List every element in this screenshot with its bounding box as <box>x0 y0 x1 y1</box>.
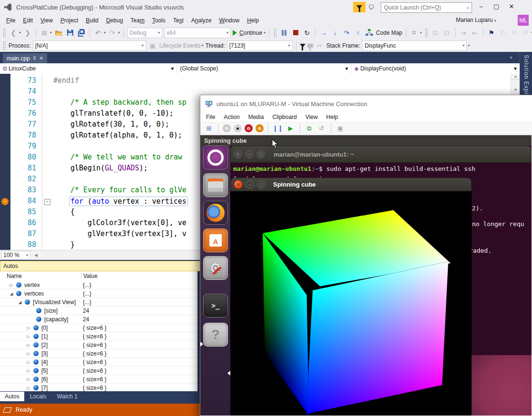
row-expander-icon[interactable]: ◢ <box>17 300 23 305</box>
launcher-files[interactable] <box>203 173 228 197</box>
vm-menu-file[interactable]: File <box>202 112 219 122</box>
function-combo[interactable]: ◈ DisplayFunc(void)▾ <box>352 63 520 74</box>
undo-dropdown[interactable]: ▾ <box>104 30 106 35</box>
autos-row[interactable]: ▷vertex{...} <box>0 281 197 289</box>
fold-collapse-icon[interactable]: − <box>44 199 50 205</box>
autos-row[interactable]: [capacity]24 <box>0 315 197 324</box>
menu-edit[interactable]: Edit <box>20 15 36 26</box>
col-value[interactable]: Value <box>81 273 98 279</box>
col-name[interactable]: Name <box>0 273 81 279</box>
vm-resume-icon[interactable]: ▶ <box>286 123 296 134</box>
autos-row[interactable]: ▷[6]{ size=6 } <box>0 375 197 384</box>
autos-row[interactable]: ▷[2]{ size=6 } <box>0 341 197 349</box>
suspend-threads-icon[interactable]: ✂ <box>315 40 325 51</box>
show-next-statement-icon[interactable]: → <box>319 28 328 38</box>
new-project-dropdown[interactable]: ▾ <box>50 30 52 35</box>
project-combo[interactable]: ⧉ LinuxCube▾ <box>0 63 177 74</box>
process-combo[interactable]: [N/A]▾ <box>33 40 146 51</box>
autos-row[interactable]: ▷[5]{ size=6 } <box>0 366 197 375</box>
tab-autos[interactable]: Autos <box>0 392 24 401</box>
autos-row[interactable]: ◢vertices{...} <box>0 289 197 298</box>
menu-view[interactable]: View <box>37 15 56 26</box>
menu-help[interactable]: Help <box>244 15 262 26</box>
quick-launch-input[interactable] <box>383 4 466 11</box>
navigate-back-icon[interactable]: ❮ <box>9 28 18 38</box>
vm-title-bar[interactable]: ubuntu1 on MLUPARU-M - Virtual Machine C… <box>200 95 532 112</box>
vm-connection-window[interactable]: ubuntu1 on MLUPARU-M - Virtual Machine C… <box>200 95 532 416</box>
launcher-terminal[interactable]: >_ <box>203 294 228 317</box>
cube-maximize-icon[interactable]: ◻ <box>257 180 266 189</box>
vm-enhanced-session-icon[interactable]: ▣ <box>335 123 345 134</box>
vm-power-disabled-icon[interactable]: ʘ <box>223 124 231 132</box>
vm-menu-media[interactable]: Media <box>245 112 268 122</box>
menu-tools[interactable]: Tools <box>149 15 169 26</box>
navigate-forward-disabled-icon[interactable]: ⊡ <box>442 28 452 38</box>
outdent-icon[interactable]: ⇤ <box>470 28 480 38</box>
filter-flagged-icon[interactable] <box>307 44 313 48</box>
save-icon[interactable] <box>65 28 75 38</box>
tab-locals[interactable]: Locals <box>25 392 51 401</box>
menu-project[interactable]: Project <box>57 15 81 26</box>
autos-row[interactable]: ▷[3]{ size=6 } <box>0 349 197 358</box>
autos-row[interactable]: [size]24 <box>0 307 197 315</box>
vs-close-button[interactable]: ✕ <box>504 1 519 11</box>
autos-row[interactable]: ▷[4]{ size=6 } <box>0 358 197 366</box>
menu-window[interactable]: Window <box>216 15 243 26</box>
menu-file[interactable]: File <box>3 15 19 26</box>
save-all-icon[interactable] <box>77 28 86 38</box>
scope-combo[interactable]: (Global Scope)▾ <box>177 63 351 74</box>
code-line[interactable]: 73#endif <box>0 76 509 87</box>
cube-close-icon[interactable]: ✕ <box>234 180 243 189</box>
tab-watch1[interactable]: Watch 1 <box>52 392 82 401</box>
redo-icon[interactable]: ↷ <box>108 28 117 38</box>
autos-row[interactable]: ▷[7]{ size=6 } <box>0 384 197 391</box>
row-expander-icon[interactable]: ▷ <box>26 368 31 373</box>
menu-build[interactable]: Build <box>82 15 102 26</box>
user-name[interactable]: Marian Luparu ▾ <box>456 17 496 23</box>
menu-debug[interactable]: Debug <box>103 15 126 26</box>
code-map-icon[interactable] <box>365 28 374 38</box>
lifecycle-dropdown[interactable]: ▾ <box>201 43 203 48</box>
scrollbar-up-arrow[interactable]: ▲ <box>511 87 520 91</box>
cube-minimize-icon[interactable]: − <box>246 180 254 189</box>
vm-computer-icon[interactable]: ⊞ <box>204 123 214 134</box>
clear-bookmarks-icon[interactable]: ⚐ <box>521 28 531 38</box>
user-avatar[interactable]: ML <box>518 15 529 26</box>
platform-combo[interactable]: x64▾ <box>164 28 231 38</box>
current-statement-breakpoint-icon[interactable]: ➜ <box>1 198 9 205</box>
filter-threads-icon[interactable] <box>300 44 305 48</box>
vm-menu-help[interactable]: Help <box>323 112 342 122</box>
toolbar-overflow[interactable]: ▾ <box>420 30 422 35</box>
vm-shutdown-icon[interactable]: ʘ <box>256 124 264 132</box>
tab-row-chevron-icon[interactable]: ▾ <box>510 55 512 60</box>
autos-row[interactable]: ▷[1]{ size=6 } <box>0 332 197 341</box>
send-feedback-icon[interactable]: 🗩 <box>368 4 374 11</box>
terminal-close-icon[interactable]: ✕ <box>234 150 242 158</box>
hscroll-left-arrow[interactable]: ◀ <box>34 253 38 258</box>
row-expander-icon[interactable]: ▷ <box>26 377 31 382</box>
scrollbar-splitter-handle[interactable]: ÷ <box>511 74 520 80</box>
editor-zoom-combo[interactable]: 100 %▾ <box>1 251 30 259</box>
launcher-software-center[interactable]: A <box>203 228 228 252</box>
row-expander-icon[interactable]: ▷ <box>26 326 31 330</box>
vm-stop-icon[interactable]: ■ <box>234 124 242 132</box>
open-folder-icon[interactable] <box>54 28 63 38</box>
navigate-backward-disabled-icon[interactable]: ⊡ <box>431 28 440 38</box>
row-expander-icon[interactable]: ▷ <box>26 343 31 347</box>
navigate-back-dropdown[interactable]: ▾ <box>19 30 21 35</box>
stop-debugging-icon[interactable] <box>291 28 300 38</box>
thread-combo[interactable]: [7123]▾ <box>227 40 293 51</box>
spinning-cube-window[interactable]: ✕ − ◻ Spinning cube <box>230 178 472 416</box>
menu-analyze[interactable]: Analyze <box>188 15 215 26</box>
new-project-icon[interactable]: ⊞ <box>39 28 49 38</box>
terminal-minimize-icon[interactable]: − <box>245 150 254 158</box>
feedback-flag-button[interactable] <box>353 2 365 12</box>
pin-icon[interactable]: ⊼ <box>33 56 36 61</box>
row-expander-icon[interactable]: ▷ <box>26 334 31 339</box>
row-expander-icon[interactable]: ▷ <box>26 351 31 356</box>
vm-revert-icon[interactable]: ↺ <box>317 123 326 134</box>
quick-launch-box[interactable]: ⌕ <box>381 2 472 13</box>
vm-menu-clipboard[interactable]: Clipboard <box>268 112 300 122</box>
menu-test[interactable]: Test <box>170 15 187 26</box>
navigate-forward-icon[interactable]: ❯ <box>23 28 32 38</box>
